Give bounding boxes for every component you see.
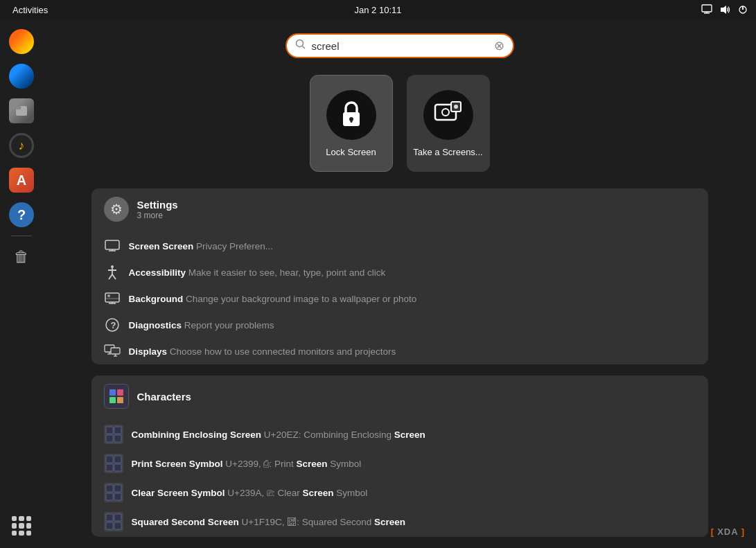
svg-rect-54 xyxy=(106,514,113,521)
svg-rect-52 xyxy=(106,493,113,500)
result-item-background[interactable]: Background Change your background image … xyxy=(104,285,696,312)
svg-rect-43 xyxy=(114,427,121,434)
search-clear-button[interactable]: ⊗ xyxy=(494,39,504,52)
result-item-accessibility[interactable]: Accessibility Make it easier to see, hea… xyxy=(104,259,696,285)
print-screen-char-icon xyxy=(104,454,123,473)
result-item-diagnostics[interactable]: ? Diagnostics Report your problems xyxy=(104,312,696,338)
combining-enclosing-char-icon xyxy=(104,425,123,444)
search-icon xyxy=(295,39,306,53)
svg-rect-17 xyxy=(105,240,119,249)
svg-rect-40 xyxy=(109,397,116,403)
lock-icon xyxy=(337,98,365,132)
squared-second-screen-char-icon xyxy=(104,512,123,531)
characters-results-section: Characters Combining Enclosing Screen U+… xyxy=(91,375,708,537)
dock-help[interactable]: ? xyxy=(6,200,37,230)
svg-point-20 xyxy=(111,265,114,268)
result-item-print-screen[interactable]: Print Screen Symbol U+2399, ⎙: Print Scr… xyxy=(104,449,696,478)
result-item-combining-enclosing[interactable]: Combining Enclosing Screen U+20EZ: Combi… xyxy=(104,420,696,449)
activities-button[interactable]: Activities xyxy=(7,3,53,17)
apps-row: Lock Screen Take a Screens... xyxy=(310,75,490,172)
dock-appcenter[interactable]: A xyxy=(6,165,37,195)
lock-screen-icon-circle xyxy=(326,90,376,140)
svg-rect-47 xyxy=(114,456,121,463)
svg-rect-51 xyxy=(114,485,121,492)
background-result-text: Background Change your background image … xyxy=(129,294,417,304)
accessibility-icon xyxy=(104,264,121,281)
settings-section-subtitle: 3 more xyxy=(137,211,178,220)
squared-second-screen-text: Squared Second Screen U+1F19C, 🆜: Square… xyxy=(132,517,406,527)
search-container: ⊗ xyxy=(285,33,514,58)
svg-point-8 xyxy=(296,40,303,47)
topbar: Activities Jan 2 10:11 xyxy=(0,0,756,19)
dock: ♪ A ? 🗑 xyxy=(0,19,43,548)
app-card-screenshot[interactable]: Take a Screens... xyxy=(407,75,490,172)
svg-point-27 xyxy=(107,294,110,297)
dock-rhythmbox[interactable]: ♪ xyxy=(6,130,37,161)
svg-rect-49 xyxy=(114,464,121,471)
svg-rect-56 xyxy=(106,522,113,529)
xda-bracket-left: [ xyxy=(711,527,714,537)
dock-thunderbird[interactable] xyxy=(6,61,37,91)
result-item-screen[interactable]: Screen Screen Privacy Preferen... xyxy=(104,233,696,259)
accessibility-result-text: Accessibility Make it easier to see, hea… xyxy=(129,267,386,278)
characters-result-items: Combining Enclosing Screen U+20EZ: Combi… xyxy=(91,417,708,537)
volume-tray-icon[interactable] xyxy=(719,3,731,16)
print-screen-text: Print Screen Symbol U+2399, ⎙: Print Scr… xyxy=(132,459,362,469)
dock-apps-grid[interactable] xyxy=(6,511,37,541)
dock-firefox[interactable] xyxy=(6,26,37,57)
display-tray-icon[interactable] xyxy=(701,3,713,16)
xda-bracket-right: ] xyxy=(741,527,745,537)
svg-line-24 xyxy=(112,274,116,279)
settings-result-items: Screen Screen Privacy Preferen... Access… xyxy=(91,230,708,364)
screenshot-icon xyxy=(434,100,463,130)
dock-trash[interactable]: 🗑 xyxy=(6,242,37,272)
clock: Jan 2 10:11 xyxy=(355,5,402,15)
system-tray xyxy=(701,3,749,16)
result-item-squared-second-screen[interactable]: Squared Second Screen U+1F19C, 🆜: Square… xyxy=(104,507,696,536)
result-item-displays[interactable]: Displays Choose how to use connected mon… xyxy=(104,338,696,364)
background-icon xyxy=(104,290,121,307)
svg-rect-39 xyxy=(117,389,123,396)
screenshot-icon-circle xyxy=(423,90,473,140)
settings-gear-icon: ⚙ xyxy=(104,197,129,222)
clear-screen-char-icon xyxy=(104,483,123,502)
svg-marker-3 xyxy=(721,6,726,14)
svg-rect-25 xyxy=(105,293,119,302)
lock-screen-label: Lock Screen xyxy=(326,147,376,157)
svg-line-23 xyxy=(109,274,112,279)
diagnostics-icon: ? xyxy=(104,317,121,333)
displays-icon xyxy=(104,343,121,360)
svg-rect-42 xyxy=(106,427,113,434)
displays-result-text: Displays Choose how to use connected mon… xyxy=(129,346,396,357)
app-card-lock-screen[interactable]: Lock Screen xyxy=(310,75,393,172)
svg-rect-7 xyxy=(16,106,21,109)
xda-text: XDA xyxy=(717,527,738,537)
svg-rect-12 xyxy=(350,119,352,123)
svg-text:?: ? xyxy=(110,320,116,330)
svg-rect-41 xyxy=(117,397,123,403)
dock-separator xyxy=(11,236,32,236)
result-item-clear-screen[interactable]: Clear Screen Symbol U+239A, ⎚: Clear Scr… xyxy=(104,478,696,507)
power-tray-icon[interactable] xyxy=(737,3,749,16)
settings-section-header: ⚙ Settings 3 more xyxy=(91,188,708,230)
search-input[interactable] xyxy=(312,40,489,52)
svg-line-9 xyxy=(302,46,305,49)
svg-rect-53 xyxy=(114,493,121,500)
settings-results-section: ⚙ Settings 3 more Screen Screen Privacy … xyxy=(91,188,708,364)
svg-rect-48 xyxy=(106,464,113,471)
screen-settings-icon xyxy=(104,238,121,254)
xda-watermark: [ XDA ] xyxy=(711,527,745,537)
svg-point-14 xyxy=(442,109,449,116)
clear-screen-text: Clear Screen Symbol U+239A, ⎚: Clear Scr… xyxy=(132,488,368,498)
combining-enclosing-text: Combining Enclosing Screen U+20EZ: Combi… xyxy=(132,430,425,440)
characters-section-header: Characters xyxy=(91,375,708,417)
characters-section-title: Characters xyxy=(137,391,191,403)
characters-app-icon xyxy=(104,384,129,409)
svg-rect-46 xyxy=(106,456,113,463)
search-box: ⊗ xyxy=(285,33,514,58)
svg-rect-38 xyxy=(109,389,116,396)
svg-rect-50 xyxy=(106,485,113,492)
svg-rect-57 xyxy=(114,522,121,529)
svg-rect-44 xyxy=(106,435,113,442)
dock-files[interactable] xyxy=(6,96,37,126)
